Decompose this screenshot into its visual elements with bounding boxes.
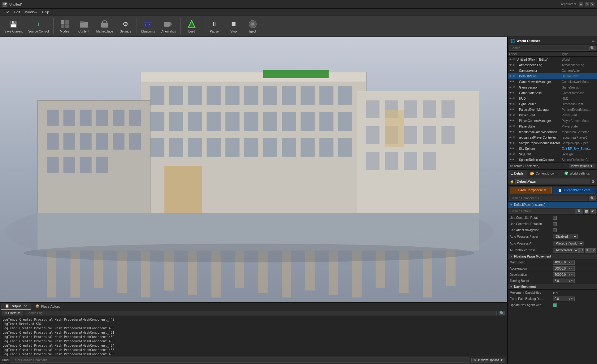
- close-button[interactable]: ✕: [590, 2, 595, 6]
- outliner-view-options[interactable]: View Options ▼: [569, 164, 595, 168]
- svg-rect-83: [385, 152, 398, 170]
- save-current-button[interactable]: 💾 Save Current: [2, 17, 25, 35]
- auto-possess-player-dropdown[interactable]: Disabled: [553, 234, 578, 239]
- turning-boost-input[interactable]: 8.0 ▲▼: [553, 279, 575, 283]
- deceleration-input[interactable]: 60000.0 ▲▼: [553, 272, 575, 277]
- prop-value-4: Placed in World: [553, 241, 595, 246]
- filter-details-button[interactable]: ▦: [584, 209, 589, 214]
- outliner-row-15[interactable]: 👁 👁 SampleRepoSupermeshActor SampleRepoS…: [508, 140, 597, 146]
- menu-help[interactable]: Help: [40, 10, 52, 15]
- outliner-row-0[interactable]: 👁 👁 Untitled (Play In Editor) World: [508, 57, 597, 62]
- add-component-button[interactable]: + + Add Component ▼: [510, 187, 552, 193]
- movement-cap-reset[interactable]: ↺: [556, 291, 559, 294]
- prop-deceleration-value: 60000.0 ▲▼: [553, 272, 595, 277]
- outliner-row-10[interactable]: 👁 👁 Player Start PlayerStart: [508, 112, 597, 118]
- ai-controller-clear-button[interactable]: ✕: [591, 248, 596, 253]
- outliner-row-8[interactable]: 👁 👁 Light Source DirectionalLight: [508, 101, 597, 107]
- prop-value-1: [553, 222, 595, 226]
- ai-controller-reset-button[interactable]: ↺: [579, 248, 584, 253]
- outliner-row-3[interactable]: 👁 👁 DefaultPawn DefaultPawn: [508, 73, 597, 79]
- log-search-input[interactable]: [25, 311, 497, 315]
- console-input[interactable]: [11, 358, 469, 363]
- auto-possess-ai-dropdown[interactable]: Placed in World: [553, 241, 584, 246]
- search-details-button[interactable]: 🔍: [576, 209, 583, 214]
- tab-place-actors[interactable]: 📦 Place Actors: [32, 303, 63, 310]
- row-type-16[interactable]: Edit BP_Sky_Sphe…: [562, 147, 596, 150]
- tab-output-log[interactable]: 📋 Output Log: [1, 303, 31, 310]
- acceleration-input[interactable]: 60000.0 ▲▼: [553, 266, 575, 271]
- svg-rect-44: [169, 138, 183, 157]
- outliner-row-5[interactable]: 👁 👁 GameSession GameSession: [508, 84, 597, 90]
- blueprints-icon: BP: [143, 19, 153, 29]
- outliner-settings-button[interactable]: ≡: [592, 38, 595, 43]
- menu-window[interactable]: Window: [23, 10, 40, 15]
- tab-details[interactable]: ≡ Details: [508, 170, 527, 177]
- viewport[interactable]: [0, 37, 507, 302]
- actor-name-input[interactable]: [515, 179, 590, 184]
- content-button[interactable]: Content: [75, 17, 93, 35]
- minimize-button[interactable]: ─: [579, 2, 583, 6]
- filters-button[interactable]: ⊞ Filters ▼: [2, 311, 23, 315]
- pause-button[interactable]: ⏸ Pause: [205, 17, 224, 35]
- nav-movement-section-header[interactable]: ▼ Nav Movement: [508, 284, 597, 290]
- marketplace-button[interactable]: Marketplace: [94, 17, 115, 35]
- checkbox-2[interactable]: [553, 228, 557, 232]
- content-icon: [79, 19, 89, 29]
- outliner-search-input[interactable]: [509, 46, 589, 51]
- outliner-row-2[interactable]: 👁 👁 CameraActor CameraActor: [508, 68, 597, 73]
- outliner-row-9[interactable]: 👁 👁 ParticleEventManager ParticleEventMa…: [508, 107, 597, 112]
- movement-cap-expand[interactable]: ▶: [553, 291, 556, 294]
- max-speed-input[interactable]: 40000.0 ▲▼: [553, 260, 575, 265]
- tab-world-settings[interactable]: 🌍 World Settings: [561, 170, 593, 177]
- source-control-button[interactable]: ↑ Source Control: [26, 17, 51, 35]
- stop-button[interactable]: ⏹ Stop: [224, 17, 243, 35]
- checkbox-0[interactable]: [553, 216, 557, 220]
- svg-rect-72: [366, 100, 379, 118]
- actor-settings-button[interactable]: ⚙: [591, 179, 595, 184]
- outliner-row-4[interactable]: 👁 👁 GameNetworkManager GameNetworkMana…: [508, 79, 597, 84]
- floating-pawn-arrow: ▼: [510, 255, 513, 258]
- log-search-button[interactable]: 🔍: [499, 311, 505, 315]
- outliner-row-1[interactable]: 👁 👁 Atmospheric Fog AtmosphericFog: [508, 62, 597, 68]
- outliner-row-11[interactable]: 👁 👁 PlayerCameraManager PlayerCameraMana…: [508, 118, 597, 124]
- outliner-row-12[interactable]: 👁 👁 PlayerState PlayerState: [508, 124, 597, 129]
- ai-controller-class-dropdown[interactable]: AIController: [553, 248, 579, 253]
- ai-controller-browse-button[interactable]: 🔍: [585, 248, 591, 253]
- outliner-row-18[interactable]: 👁 👁 SphereReflectionCapture SphereReflec…: [508, 157, 597, 162]
- eye-details-button[interactable]: 👁: [590, 209, 596, 214]
- source-control-label: Source Control: [28, 30, 49, 33]
- menu-file[interactable]: File: [1, 10, 12, 15]
- settings-button[interactable]: ⚙ Settings: [116, 17, 135, 35]
- prop-value-5: AIController ↺ 🔍 ✕: [553, 248, 596, 253]
- blueprints-button[interactable]: BP Blueprints: [139, 17, 157, 35]
- outliner-row-14[interactable]: 👁 👁 repounrealPlayerController repounrea…: [508, 135, 597, 140]
- update-nav-checkbox[interactable]: [553, 303, 557, 307]
- search-details-input[interactable]: [509, 209, 576, 214]
- cinematics-button[interactable]: Cinematics: [158, 17, 178, 35]
- blueprint-add-script-button[interactable]: 📋 Blueprint/Add Script: [553, 187, 595, 193]
- tab-content-browser[interactable]: 📂 Content Brow…: [527, 170, 561, 177]
- outliner-search-button[interactable]: 🔍: [589, 46, 596, 50]
- floating-pawn-section-header[interactable]: ▼ Floating Pawn Movement: [508, 254, 597, 259]
- outliner-row-7[interactable]: 👁 👁 HUD HUD: [508, 96, 597, 101]
- fixed-path-input[interactable]: 0.0 ▲▼: [553, 297, 575, 301]
- outliner-row-16[interactable]: 👁 👁 Sky Sphere Edit BP_Sky_Sphe…: [508, 146, 597, 151]
- menu-edit[interactable]: Edit: [12, 10, 23, 15]
- component-tree-item[interactable]: ▼ DefaultPawn(Instance): [508, 202, 597, 208]
- row-icons-17: 👁 👁: [509, 153, 515, 156]
- outliner-row-13[interactable]: 👁 👁 repounrealGameModeBase repounrealGam…: [508, 129, 597, 135]
- row-icons-11: 👁 👁: [509, 119, 515, 122]
- maximize-button[interactable]: □: [585, 2, 589, 6]
- build-button[interactable]: Build: [182, 17, 201, 35]
- outliner-row-17[interactable]: 👁 👁 SkyLight SkyLight: [508, 151, 597, 157]
- eject-button[interactable]: Eject: [243, 17, 262, 35]
- search-components-input[interactable]: [509, 196, 588, 201]
- svg-rect-23: [188, 86, 202, 105]
- svg-rect-10: [164, 22, 170, 27]
- outliner-row-6[interactable]: 👁 👁 GameStateBase GameStateBase: [508, 90, 597, 96]
- search-components-button[interactable]: 🔍: [589, 196, 596, 201]
- prop-label-3: Auto Possess Player: [510, 235, 553, 238]
- checkbox-1[interactable]: [553, 222, 557, 226]
- console-view-options[interactable]: 👁 ▼ View Options ▼: [471, 358, 505, 362]
- modes-button[interactable]: Modes: [55, 17, 74, 35]
